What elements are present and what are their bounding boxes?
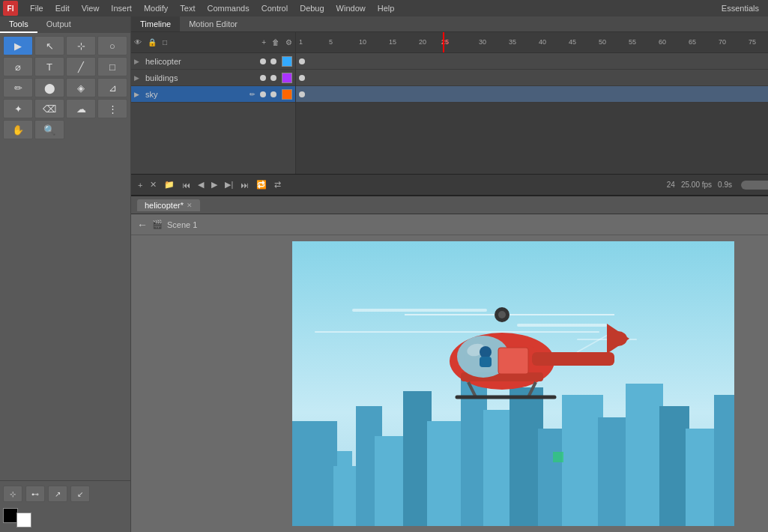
zoom-btn[interactable]: 🔍 bbox=[34, 120, 64, 139]
keyframe-buildings-1[interactable] bbox=[299, 75, 305, 81]
layer-header: 👁 🔒 □ + 🗑 ⚙ bbox=[131, 32, 295, 53]
frame-num-30: 30 bbox=[479, 38, 486, 46]
stroke-color[interactable] bbox=[3, 508, 18, 523]
arrow-1-btn[interactable]: ↗ bbox=[48, 486, 67, 502]
layer-helicopter[interactable]: ▶ helicopter bbox=[131, 53, 295, 70]
paint-bucket-btn[interactable]: ⊿ bbox=[97, 78, 127, 97]
menu-modify[interactable]: Modify bbox=[138, 2, 174, 14]
next-frame-btn[interactable]: ▶| bbox=[223, 180, 235, 190]
folder-btn[interactable]: 📁 bbox=[162, 180, 177, 190]
ground-marker bbox=[553, 452, 563, 462]
svg-rect-15 bbox=[498, 348, 528, 374]
frame-num-25: 25 bbox=[441, 38, 449, 46]
fill-color[interactable] bbox=[16, 513, 31, 528]
tab-tools[interactable]: Tools bbox=[0, 16, 37, 33]
keyframe-sky-1[interactable] bbox=[299, 91, 305, 97]
rect-tool-btn[interactable]: □ bbox=[97, 57, 127, 76]
lock-icon[interactable]: 🔒 bbox=[148, 38, 157, 46]
lasso-tool-btn[interactable]: ○ bbox=[97, 36, 127, 55]
menu-debug[interactable]: Debug bbox=[294, 2, 330, 14]
tab-output[interactable]: Output bbox=[37, 16, 80, 33]
frame-num-15: 15 bbox=[389, 38, 396, 46]
frame-num-75: 75 bbox=[749, 38, 756, 46]
main-layout: Tools Output ▶ ↖ ⊹ ○ ⌀ T ╱ □ ✏ ⬤ ◈ ⊿ ✦ ⌫… bbox=[0, 16, 768, 532]
frame-ruler: 1 5 10 15 20 25 30 35 40 45 50 55 60 65 bbox=[296, 32, 768, 53]
frame-num-10: 10 bbox=[359, 38, 366, 46]
rewind-btn[interactable]: ⏮ bbox=[180, 181, 193, 190]
frame-num-70: 70 bbox=[719, 38, 726, 46]
canvas-tab-helicopter[interactable]: helicopter* ✕ bbox=[137, 199, 200, 211]
menu-file[interactable]: File bbox=[24, 2, 49, 14]
frame-num-45: 45 bbox=[569, 38, 576, 46]
menu-window[interactable]: Window bbox=[330, 2, 372, 14]
layer-buildings-color bbox=[282, 73, 292, 83]
sync-btn[interactable]: ⇄ bbox=[272, 180, 283, 190]
timeline-scrollbar[interactable] bbox=[741, 181, 768, 190]
tab-motion-editor[interactable]: Motion Editor bbox=[180, 16, 247, 31]
layer-helicopter-dot1 bbox=[260, 58, 266, 64]
brush-tool-btn[interactable]: ⬤ bbox=[34, 78, 64, 97]
frame-row-sky bbox=[296, 86, 768, 103]
outline-icon[interactable]: □ bbox=[163, 38, 167, 46]
menu-bar: Fl File Edit View Insert Modify Text Com… bbox=[0, 0, 768, 16]
pencil-tool-btn[interactable]: ✏ bbox=[3, 78, 33, 97]
add-layer-icon[interactable]: + bbox=[261, 38, 266, 46]
eyedropper-btn[interactable]: ✦ bbox=[3, 99, 33, 118]
close-tab-icon[interactable]: ✕ bbox=[187, 202, 193, 209]
menu-text[interactable]: Text bbox=[174, 2, 201, 14]
right-area: Timeline Motion Editor 👁 🔒 □ + 🗑 ⚙ bbox=[131, 16, 768, 532]
building-13 bbox=[598, 417, 629, 526]
layer-buildings-name: buildings bbox=[142, 73, 258, 82]
line-tool-btn[interactable]: ╱ bbox=[66, 57, 96, 76]
pen-tool-btn[interactable]: ⌀ bbox=[3, 57, 33, 76]
tab-timeline[interactable]: Timeline bbox=[131, 16, 180, 31]
frame-num-60: 60 bbox=[659, 38, 666, 46]
prev-frame-btn[interactable]: ◀ bbox=[196, 180, 206, 190]
menu-insert[interactable]: Insert bbox=[105, 2, 138, 14]
select-tool-btn[interactable]: ▶ bbox=[3, 36, 33, 55]
canvas-tab-bar: helicopter* ✕ bbox=[131, 196, 768, 214]
text-tool-btn[interactable]: T bbox=[34, 57, 64, 76]
add-layer-btn[interactable]: + bbox=[136, 181, 145, 190]
delete-layer-icon[interactable]: 🗑 bbox=[272, 38, 279, 46]
timeline-footer: + ✕ 📁 ⏮ ◀ ▶ ▶| ⏭ 🔁 ⇄ 24 25.00 fps 0.9s bbox=[131, 174, 768, 195]
left-toolbar: Tools Output ▶ ↖ ⊹ ○ ⌀ T ╱ □ ✏ ⬤ ◈ ⊿ ✦ ⌫… bbox=[0, 16, 131, 532]
app-logo: Fl bbox=[3, 1, 18, 16]
menu-edit[interactable]: Edit bbox=[49, 2, 76, 14]
frame-row-buildings bbox=[296, 70, 768, 86]
camera-btn[interactable]: ⋮ bbox=[97, 99, 127, 118]
timeline-tabs: Timeline Motion Editor bbox=[131, 16, 768, 32]
layer-buildings-dot2 bbox=[270, 75, 276, 81]
layer-buildings[interactable]: ▶ buildings bbox=[131, 70, 295, 86]
snap-to-objects-btn[interactable]: ⊹ bbox=[3, 486, 22, 502]
layer-sky-name: sky bbox=[142, 90, 247, 99]
layer-sky[interactable]: ▶ sky ✏ bbox=[131, 86, 295, 103]
menu-view[interactable]: View bbox=[76, 2, 106, 14]
frame-num-40: 40 bbox=[539, 38, 546, 46]
tool-grid: ▶ ↖ ⊹ ○ ⌀ T ╱ □ ✏ ⬤ ◈ ⊿ ✦ ⌫ ☁ ⋮ ✋ 🔍 bbox=[0, 33, 130, 142]
eye-icon[interactable]: 👁 bbox=[134, 38, 142, 46]
menu-commands[interactable]: Commands bbox=[201, 2, 255, 14]
footer-info: 24 25.00 fps 0.9s bbox=[667, 181, 732, 189]
ink-bottle-btn[interactable]: ◈ bbox=[66, 78, 96, 97]
timeline-scrollbar-thumb[interactable] bbox=[741, 181, 768, 190]
svg-rect-7 bbox=[532, 352, 614, 366]
menu-help[interactable]: Help bbox=[372, 2, 401, 14]
bone-btn[interactable]: ☁ bbox=[66, 99, 96, 118]
end-frame-btn[interactable]: ⏭ bbox=[238, 181, 251, 190]
arrow-2-btn[interactable]: ↙ bbox=[70, 486, 90, 502]
loop-btn[interactable]: 🔁 bbox=[254, 180, 269, 190]
snap-align-btn[interactable]: ⊷ bbox=[25, 486, 45, 502]
eraser-btn[interactable]: ⌫ bbox=[34, 99, 64, 118]
menu-control[interactable]: Control bbox=[256, 2, 294, 14]
back-arrow-icon[interactable]: ← bbox=[137, 219, 148, 231]
keyframe-helicopter-1[interactable] bbox=[299, 58, 305, 64]
free-transform-btn[interactable]: ⊹ bbox=[66, 36, 96, 55]
subselect-tool-btn[interactable]: ↖ bbox=[34, 36, 64, 55]
delete-layer-btn[interactable]: ✕ bbox=[148, 180, 159, 190]
essentials-button[interactable]: Essentials bbox=[716, 2, 765, 14]
svg-point-11 bbox=[498, 311, 506, 318]
hand-btn[interactable]: ✋ bbox=[3, 120, 33, 139]
layer-settings-icon[interactable]: ⚙ bbox=[285, 38, 292, 46]
play-btn[interactable]: ▶ bbox=[209, 180, 220, 190]
